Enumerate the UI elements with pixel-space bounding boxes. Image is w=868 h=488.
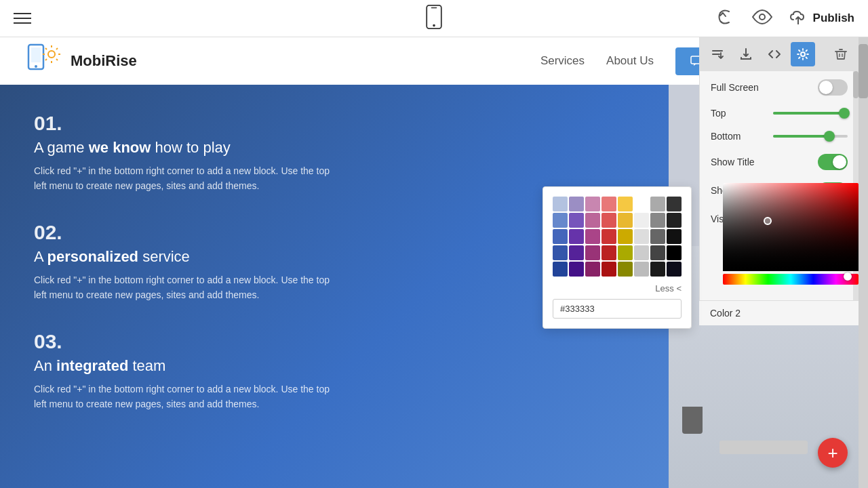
gradient-main-canvas[interactable]	[723, 183, 859, 271]
feature-title-3: An integrated team	[34, 357, 635, 375]
color-swatch[interactable]	[601, 213, 616, 228]
gradient-hue-bar[interactable]	[723, 274, 859, 285]
color-swatch[interactable]	[569, 245, 584, 260]
color-swatch[interactable]	[553, 262, 568, 277]
color-swatch[interactable]	[553, 229, 568, 244]
less-button[interactable]: Less <	[553, 283, 682, 293]
svg-point-7	[48, 51, 55, 58]
scrollbar-thumb[interactable]	[859, 44, 868, 98]
add-block-button[interactable]: +	[818, 438, 848, 468]
feature-title-1: A game we know how to play	[34, 139, 635, 157]
svg-rect-5	[31, 47, 41, 62]
show-title-label: Show Title	[711, 157, 755, 167]
color-swatch[interactable]	[667, 213, 682, 228]
color-swatch[interactable]	[618, 245, 633, 260]
nav-logo: MobiRise	[27, 42, 137, 80]
sort-icon[interactable]	[705, 42, 730, 66]
color-swatch[interactable]	[650, 262, 665, 277]
logo-icon	[27, 42, 62, 80]
gradient-picker	[723, 183, 859, 295]
color-swatch[interactable]	[650, 197, 665, 211]
color-swatch[interactable]	[650, 213, 665, 228]
bottom-slider-row: Bottom	[711, 131, 848, 142]
top-slider-track[interactable]	[773, 112, 848, 115]
color-swatch[interactable]	[601, 197, 616, 211]
feature-desc-2: Click red "+" in the bottom right corner…	[34, 272, 339, 303]
color-swatch[interactable]	[650, 229, 665, 244]
eye-icon[interactable]	[752, 9, 772, 27]
settings-icon[interactable]	[791, 42, 815, 66]
bottom-label: Bottom	[711, 131, 741, 142]
show-title-toggle[interactable]	[818, 154, 848, 170]
color-swatch[interactable]	[667, 197, 682, 211]
hamburger-menu[interactable]	[14, 13, 31, 24]
color-swatch[interactable]	[634, 197, 649, 211]
nav-services[interactable]: Services	[540, 54, 585, 68]
feature-title-rest-1: how to play	[151, 139, 230, 156]
color-swatch[interactable]	[601, 262, 616, 277]
full-screen-label: Full Screen	[711, 82, 759, 93]
svg-line-14	[56, 48, 58, 49]
color-swatch[interactable]	[569, 262, 584, 277]
trash-icon[interactable]	[829, 42, 853, 66]
toolbar-left	[14, 13, 31, 24]
publish-button[interactable]: Publish	[789, 9, 854, 28]
color-swatch[interactable]	[650, 245, 665, 260]
color-swatch[interactable]	[601, 229, 616, 244]
bottom-slider-track[interactable]	[773, 135, 848, 138]
feature-item-1: 01. A game we know how to play Click red…	[34, 112, 635, 194]
color-swatch[interactable]	[634, 262, 649, 277]
add-block-icon: +	[827, 443, 837, 464]
color-swatch[interactable]	[601, 245, 616, 260]
bottom-slider-container	[741, 135, 848, 138]
color-swatch[interactable]	[553, 245, 568, 260]
color-swatch[interactable]	[553, 213, 568, 228]
feature-number-1: 01.	[34, 112, 635, 135]
picker-dot[interactable]	[764, 217, 772, 225]
color-swatch[interactable]	[618, 229, 633, 244]
color-swatch[interactable]	[585, 213, 600, 228]
color-swatch[interactable]	[585, 229, 600, 244]
show-title-knob	[833, 155, 846, 169]
svg-point-3	[760, 14, 765, 20]
color-swatch[interactable]	[667, 245, 682, 260]
color-swatch[interactable]	[618, 213, 633, 228]
undo-icon[interactable]	[717, 7, 736, 29]
top-slider-container	[726, 112, 848, 115]
gradient-hue-thumb[interactable]	[844, 272, 852, 281]
color-swatch[interactable]	[667, 229, 682, 244]
color-swatch[interactable]	[634, 229, 649, 244]
top-slider-row: Top	[711, 108, 848, 119]
color-swatch[interactable]	[667, 262, 682, 277]
feature-desc-1: Click red "+" in the bottom right corner…	[34, 163, 339, 194]
feature-title-bold-1: we know	[89, 139, 151, 156]
feature-title-bold-3: integrated	[56, 357, 128, 374]
color-swatch[interactable]	[634, 245, 649, 260]
color-swatch[interactable]	[585, 262, 600, 277]
feature-desc-3: Click red "+" in the bottom right corner…	[34, 382, 339, 412]
hex-input[interactable]	[553, 299, 682, 319]
feature-title-plain-2: A	[34, 248, 47, 265]
svg-line-12	[45, 48, 47, 49]
color-swatch[interactable]	[569, 229, 584, 244]
color-swatch[interactable]	[618, 197, 633, 211]
color-swatch[interactable]	[618, 262, 633, 277]
code-icon[interactable]	[762, 42, 787, 66]
bottom-slider-thumb[interactable]	[824, 131, 835, 142]
panel-scroll-thumb[interactable]	[853, 71, 859, 98]
svg-line-15	[45, 59, 47, 60]
page-scrollbar[interactable]	[859, 37, 868, 488]
feature-title-plain-3: An	[34, 357, 56, 374]
svg-point-17	[801, 52, 805, 56]
nav-about-us[interactable]: About Us	[606, 54, 654, 68]
color-swatch[interactable]	[585, 245, 600, 260]
color-swatch[interactable]	[634, 213, 649, 228]
full-screen-toggle[interactable]	[818, 79, 848, 96]
feature-title-rest-2: service	[138, 248, 190, 265]
top-slider-thumb[interactable]	[839, 108, 850, 119]
download-icon[interactable]	[734, 42, 758, 66]
color-swatch[interactable]	[569, 197, 584, 211]
color-swatch[interactable]	[553, 197, 568, 211]
color-swatch[interactable]	[585, 197, 600, 211]
color-swatch[interactable]	[569, 213, 584, 228]
